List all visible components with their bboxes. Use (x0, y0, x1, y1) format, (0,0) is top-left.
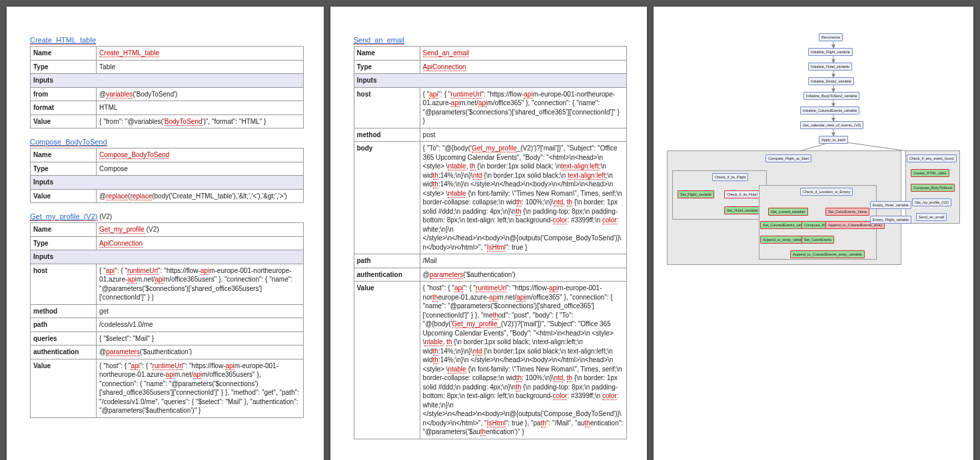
cell-value: ApiConnection (97, 236, 303, 250)
node-set-colorevents-value: Set_ColorEvents_Value (825, 208, 869, 216)
cell-value: ApiConnection (420, 60, 626, 74)
node-set-flight: Set_Flight_variable (678, 190, 714, 198)
cell-key: queries (31, 332, 97, 345)
node-append-colored-array-variable: Append_to_ColoredEvents_array_variable (790, 250, 865, 258)
cell-value: Compose_BodyToSend (97, 148, 303, 162)
inputs-header: Inputs (354, 74, 627, 88)
cell-value: Get_my_profile (V2) (97, 223, 303, 237)
cell-key: Type (354, 60, 420, 74)
cell-value: { "$select": "Mail" } (97, 332, 303, 345)
cell-key: Type (31, 236, 97, 250)
cell-value: Create_HTML_table (97, 47, 303, 61)
table-anchor[interactable]: Compose_BodyToSend (30, 138, 107, 146)
node-check-if-flight: Check_if_its_Flight (712, 173, 748, 181)
cell-value: get (97, 304, 303, 318)
node-set-hotel: Set_Hotel_variable (724, 206, 760, 214)
cell-key: path (31, 318, 97, 332)
cell-value: @variables('BodyToSend') (97, 87, 303, 101)
cell-value: post (420, 128, 626, 142)
cell-value: { "To": "@{body('Get_my_profile_(V2)')?[… (420, 142, 626, 254)
action-table: NameCreate_HTML_tableTypeTableInputsfrom… (30, 46, 304, 128)
node-init-hotel: Initialize_Hotel_variable (808, 63, 852, 71)
cell-key: format (31, 101, 97, 115)
node-recurrence: Recurrence (819, 33, 843, 41)
cell-key: host (354, 87, 420, 128)
cell-key: Name (31, 47, 97, 61)
node-check-location: Check_if_Location_is_Empty (800, 188, 853, 196)
node-get-weather: Get_current_weather (768, 208, 808, 216)
cell-key: Name (354, 47, 420, 61)
cell-key: path (354, 254, 420, 268)
cell-key: Name (31, 223, 97, 237)
cell-key: authentication (31, 345, 97, 359)
cell-value: Compose (97, 162, 303, 176)
node-compose-bodytosend: Compose_BodyToSend (911, 184, 955, 192)
cell-value: @parameters('$authentication') (420, 268, 626, 282)
cell-value: Send_an_email (420, 47, 626, 61)
cell-key: Type (31, 162, 97, 176)
flow-diagram: Recurrence Initialize_Flight_variable In… (660, 24, 967, 270)
node-get-my-profile: Get_my_profile_(V2) (912, 198, 951, 206)
cell-value: { "from": "@variables('BodyToSend')", "f… (97, 115, 303, 128)
document-viewport: Create_HTML_tableNameCreate_HTML_tableTy… (0, 0, 980, 460)
page-2: Send_an_emailNameSend_an_emailTypeApiCon… (330, 7, 648, 460)
node-init-flight: Initialize_Flight_variable (808, 48, 853, 56)
node-check-if-hotel: Check_if_its_Hotel (724, 190, 760, 198)
page-3: Recurrence Initialize_Flight_variable In… (654, 7, 973, 460)
cell-key: method (354, 128, 420, 142)
node-check-any-event: Check_if_any_event_found (907, 154, 957, 162)
cell-value: { "host": { "api": { "runtimeUrl": "http… (420, 282, 626, 439)
cell-key: method (31, 304, 97, 318)
cell-key: authentication (354, 268, 420, 282)
action-table: NameGet_my_profile (V2)TypeApiConnection… (30, 222, 304, 418)
cell-value: /codeless/v1.0/me (97, 318, 303, 332)
cell-value: { "api": { "runtimeUrl": "https://flow-a… (420, 87, 626, 128)
table-anchor[interactable]: Get_my_profile_(V2) (30, 212, 98, 221)
node-init-empty: Initialize_Empty_variable (808, 77, 854, 85)
cell-value: Table (97, 60, 303, 74)
node-empty-flight: Empty_Flight_variable (870, 216, 911, 224)
cell-value: /Mail (420, 254, 626, 268)
node-compare-flight: Compare_Flight_at_Start (765, 154, 811, 162)
node-send-an-email: Send_an_email (916, 213, 947, 221)
cell-value: { "api": { "runtimeUrl": "https://flow-a… (97, 264, 303, 304)
cell-value: @replace(replace(body('Create_HTML_table… (97, 189, 303, 203)
cell-key: body (354, 142, 420, 254)
cell-value: HTML (97, 101, 303, 115)
inputs-header: Inputs (31, 176, 304, 190)
node-empty-hotel: Empty_Hotel_variable (870, 201, 911, 209)
inputs-header: Inputs (31, 74, 304, 88)
cell-key: Value (31, 189, 97, 203)
table-anchor[interactable]: Send_an_email (354, 36, 404, 45)
node-init-colored: Initialize_ColoredEvents_variable (800, 107, 859, 115)
node-create-html-table: Create_HTML_table (911, 169, 949, 177)
cell-key: Value (31, 115, 97, 128)
cell-key: Value (31, 359, 97, 417)
node-get-calendar: Get_calendar_view_of_events_(V2) (800, 121, 863, 129)
action-table: NameSend_an_emailTypeApiConnectionInputs… (354, 46, 628, 439)
node-set-colorevents: Set_ColorEvents (801, 236, 834, 244)
cell-key: from (31, 87, 97, 101)
cell-key: host (31, 264, 97, 304)
page-1: Create_HTML_tableNameCreate_HTML_tableTy… (7, 7, 324, 460)
cell-key: Type (31, 60, 97, 74)
node-apply-to-each: Apply_to_each (819, 136, 848, 144)
inputs-header: Inputs (31, 250, 304, 264)
node-init-bodytosend: Initialize_BodyToSend_variable (803, 92, 859, 100)
cell-key: Name (31, 148, 97, 162)
action-table: NameCompose_BodyToSendTypeComposeInputsV… (30, 148, 304, 203)
cell-key: Value (354, 282, 420, 439)
cell-value: @parameters('$authentication') (97, 345, 303, 359)
cell-value: { "host": { "api": { "runtimeUrl": "http… (97, 359, 303, 417)
table-anchor[interactable]: Create_HTML_table (30, 36, 96, 45)
